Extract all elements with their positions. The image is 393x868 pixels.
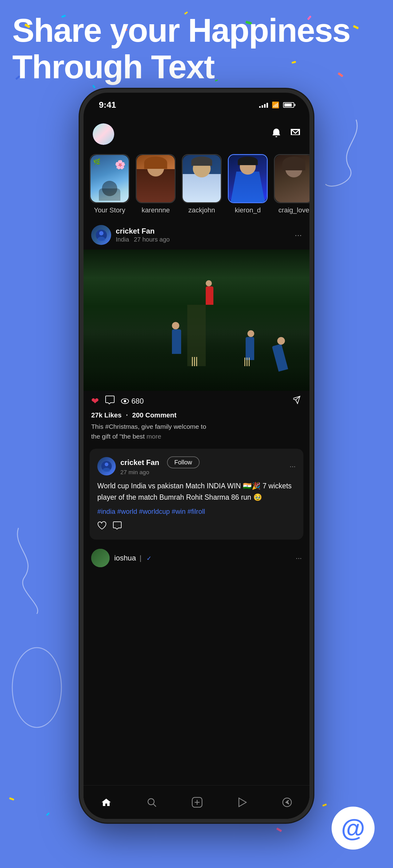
next-post-avatar: [91, 549, 110, 567]
svg-marker-15: [239, 798, 246, 807]
comment-like-button[interactable]: [97, 521, 107, 532]
story-item-karennne[interactable]: karennne: [136, 154, 176, 214]
status-bar: 9:41 📶: [84, 98, 309, 112]
comment-user: cricket Fan Follow 27 min ago: [97, 456, 200, 476]
battery-icon: [283, 102, 294, 108]
svg-point-10: [148, 799, 154, 805]
comment-username: cricket Fan: [120, 458, 159, 467]
current-user-avatar[interactable]: [93, 123, 114, 145]
comment-reply-button[interactable]: [113, 521, 122, 532]
post-user-details: cricket Fan India 27 hours ago: [116, 227, 170, 243]
caption-more[interactable]: more: [147, 433, 161, 440]
nav-search[interactable]: [147, 797, 157, 807]
nav-explore[interactable]: [282, 797, 292, 807]
story-name-kieron_d: kieron_d: [235, 206, 261, 214]
post-location-time: India 27 hours ago: [116, 236, 170, 243]
app-screen: 🌸 🌿 Your Story karennne: [84, 117, 309, 819]
svg-point-6: [124, 400, 126, 402]
svg-line-11: [153, 804, 156, 807]
story-item-kieron_d[interactable]: kieron_d: [228, 154, 268, 214]
like-button[interactable]: ❤: [91, 396, 99, 406]
phone-mockup: 9:41 📶: [80, 89, 313, 823]
story-name-yourstory: Your Story: [94, 206, 125, 214]
hero-title-line2: Through Text: [12, 49, 381, 85]
share-button[interactable]: [293, 396, 302, 406]
decorative-scribble-3: [9, 645, 64, 731]
svg-point-0: [12, 648, 61, 727]
story-item-zackjohn[interactable]: zackjohn: [182, 154, 222, 214]
decorative-scribble-1: [307, 114, 362, 193]
post-actions: ❤ 680: [84, 391, 309, 411]
stories-row: 🌸 🌿 Your Story karennne: [84, 151, 309, 220]
story-item-craig_love[interactable]: craig_love: [274, 154, 309, 214]
post-username: cricket Fan: [116, 227, 170, 236]
hero-title-line1: Share your Happiness: [12, 12, 381, 49]
nav-home[interactable]: [101, 797, 112, 807]
comment-button[interactable]: [105, 395, 115, 407]
svg-marker-17: [286, 801, 289, 804]
message-icon[interactable]: [291, 128, 300, 140]
comment-header: cricket Fan Follow 27 min ago ···: [97, 456, 296, 476]
at-logo: @: [332, 807, 374, 849]
comment-tags[interactable]: #india #world #worldcup #win #filroll: [97, 508, 296, 516]
post-card: cricket Fan India 27 hours ago ···: [84, 220, 309, 446]
status-icons: 📶: [259, 101, 294, 108]
decorative-scribble-2: [6, 522, 74, 620]
post-menu-icon[interactable]: ···: [295, 230, 302, 240]
comment-time: 27 min ago: [120, 469, 200, 476]
comment-actions: [97, 521, 296, 532]
notification-icon[interactable]: [271, 128, 281, 140]
story-item-yourstory[interactable]: 🌸 🌿 Your Story: [90, 154, 129, 214]
comment-user-avatar: [97, 457, 116, 475]
app-header: [84, 117, 309, 151]
wifi-icon: 📶: [272, 101, 279, 108]
header-action-icons: [271, 128, 300, 140]
story-name-zackjohn: zackjohn: [188, 206, 215, 214]
comment-menu-icon[interactable]: ···: [290, 462, 296, 470]
story-name-craig_love: craig_love: [278, 206, 309, 214]
next-post-preview: ioshua | ✓ ···: [84, 542, 309, 574]
post-header: cricket Fan India 27 hours ago ···: [84, 220, 309, 250]
post-user-avatar[interactable]: [91, 225, 111, 245]
next-post-menu[interactable]: ···: [296, 554, 302, 562]
bottom-navigation: [84, 785, 309, 819]
comment-text: World cup India vs pakistan Match INDIA …: [97, 480, 296, 503]
nav-reels[interactable]: [238, 797, 247, 807]
post-stats: 27k Likes · 200 Comment: [84, 411, 309, 422]
signal-icon: [259, 102, 268, 108]
status-time: 9:41: [99, 100, 116, 110]
verified-badge: ✓: [147, 555, 152, 562]
post-caption: This #Christmas, give family welcome to …: [84, 422, 309, 446]
follow-button[interactable]: Follow: [167, 456, 200, 468]
hero-section: Share your Happiness Through Text: [12, 12, 381, 85]
post-user-info: cricket Fan India 27 hours ago: [91, 225, 170, 245]
svg-point-3: [99, 231, 103, 236]
story-name-karennne: karennne: [142, 206, 170, 214]
svg-point-8: [105, 463, 109, 466]
post-image: [84, 250, 309, 391]
next-post-username: ioshua | ✓: [114, 554, 152, 562]
next-post-user: ioshua | ✓: [91, 549, 152, 567]
comment-user-details: cricket Fan Follow 27 min ago: [120, 456, 200, 476]
comment-card: cricket Fan Follow 27 min ago ··· World …: [90, 449, 303, 539]
view-count: 680: [121, 397, 144, 405]
nav-add[interactable]: [191, 797, 203, 808]
